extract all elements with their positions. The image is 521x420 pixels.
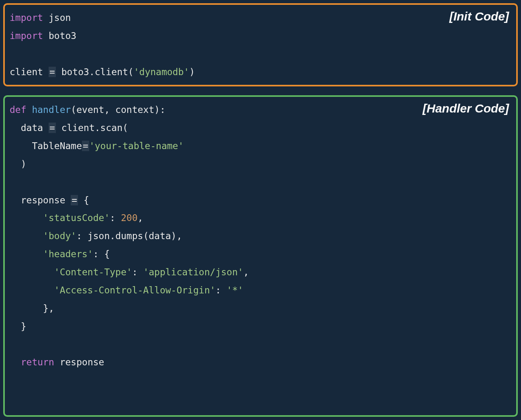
init-code-section: [Init Code] import json import boto3 cli…: [3, 3, 518, 86]
handler-code-label: [Handler Code]: [423, 102, 509, 115]
init-code-content: import json import boto3 client = boto3.…: [10, 9, 511, 81]
handler-code-content: def handler(event, context): data = clie…: [10, 101, 511, 371]
init-code-label: [Init Code]: [449, 10, 509, 23]
handler-code-section: [Handler Code] def handler(event, contex…: [3, 95, 518, 417]
